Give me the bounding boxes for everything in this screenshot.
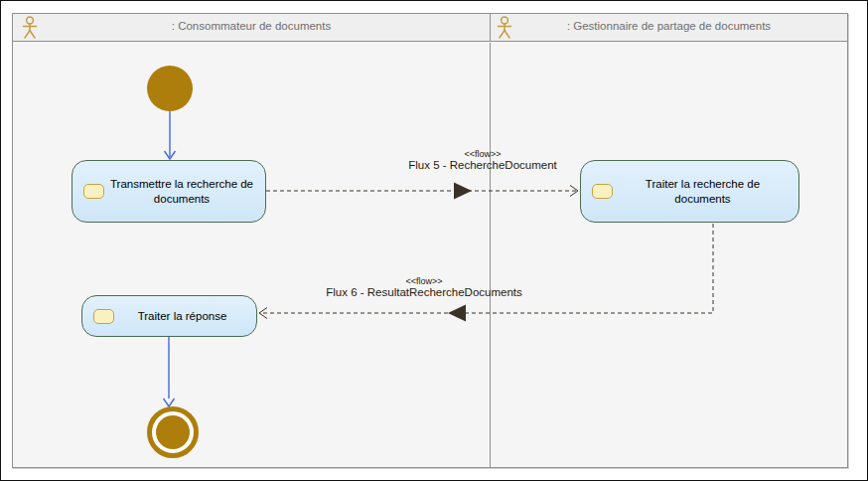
flow-stereotype: <<flow>> [326, 276, 522, 286]
lane-title: : Consommateur de documents [13, 20, 490, 32]
flow-label-flux6: <<flow>> Flux 6 - ResultatRechercheDocum… [326, 276, 522, 298]
lane-header-consommateur: : Consommateur de documents [13, 14, 491, 42]
activity-label: Traiter la réponse [114, 309, 256, 324]
activity-icon [592, 184, 613, 199]
activity-label: Transmettre la recherche de documents [104, 177, 265, 207]
lane-body-consommateur [13, 43, 491, 467]
activity-final-node[interactable] [147, 406, 199, 458]
swimlane-frame: : Consommateur de documents : Gestionnai… [12, 13, 848, 468]
flow-label-flux5: <<flow>> Flux 5 - RechercheDocument [408, 149, 557, 171]
lane-title: : Gestionnaire de partage de documents [491, 20, 847, 32]
final-node-core [156, 415, 190, 449]
initial-node[interactable] [147, 66, 193, 111]
activity-transmettre-recherche[interactable]: Transmettre la recherche de documents [72, 160, 266, 223]
activity-traiter-reponse[interactable]: Traiter la réponse [81, 295, 257, 337]
flow-name: Flux 6 - ResultatRechercheDocuments [326, 286, 522, 298]
flow-name: Flux 5 - RechercheDocument [408, 159, 557, 171]
flow-stereotype: <<flow>> [408, 149, 557, 159]
lane-body-gestionnaire [491, 43, 847, 467]
activity-icon [93, 309, 114, 324]
activity-traiter-recherche[interactable]: Traiter la recherche de documents [580, 160, 799, 223]
diagram-canvas: : Consommateur de documents : Gestionnai… [0, 0, 868, 481]
activity-label: Traiter la recherche de documents [613, 177, 798, 207]
lane-header-gestionnaire: : Gestionnaire de partage de documents [491, 14, 847, 42]
activity-icon [83, 184, 104, 199]
